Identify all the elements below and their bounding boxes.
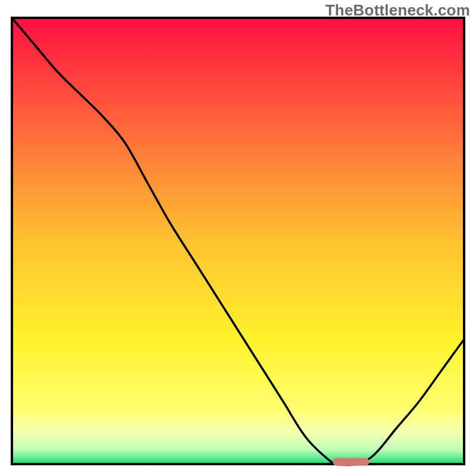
chart-svg	[0, 0, 476, 476]
chart-canvas: TheBottleneck.com	[0, 0, 476, 476]
optimal-marker	[333, 458, 369, 466]
plot-background	[13, 19, 463, 463]
